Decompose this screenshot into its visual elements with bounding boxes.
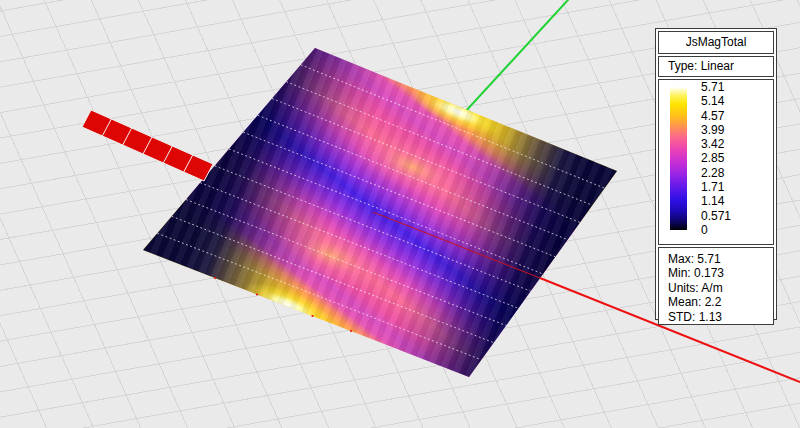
legend-scale-label: 3.99 <box>701 123 771 137</box>
legend-title: JsMagTotal <box>658 31 774 54</box>
legend-scale-label: 5.71 <box>701 80 771 94</box>
legend-scale-label: 3.42 <box>701 137 771 151</box>
mesh-cell-shading <box>143 48 617 377</box>
legend-stat-line: STD: 1.13 <box>668 310 773 324</box>
legend-stat-line: Min: 0.173 <box>668 266 773 280</box>
legend-scale-label: 4.57 <box>701 109 771 123</box>
legend-scale-label: 1.14 <box>701 194 771 208</box>
legend-stat-line: Units: A/m <box>668 281 773 295</box>
legend-scale-label: 1.71 <box>701 180 771 194</box>
legend-stat-line: Mean: 2.2 <box>668 295 773 309</box>
legend-scale-label: 5.14 <box>701 94 771 108</box>
legend-scale-labels: 5.715.144.573.993.422.852.281.711.140.57… <box>701 80 771 237</box>
patch-surface-plot <box>143 48 617 377</box>
legend-stat-line: Max: 5.71 <box>668 252 773 266</box>
legend-panel: JsMagTotal Type: Linear 5.715.144.573.99… <box>655 28 777 320</box>
legend-scale-label: 2.28 <box>701 166 771 180</box>
feed-strip <box>82 110 213 181</box>
legend-scale-type: Type: Linear <box>658 56 774 77</box>
legend-colorbar <box>670 87 687 230</box>
legend-colorbar-section: 5.715.144.573.993.422.852.281.711.140.57… <box>658 79 774 245</box>
legend-statistics: Max: 5.71Min: 0.173Units: A/mMean: 2.2ST… <box>658 247 774 325</box>
legend-scale-label: 2.85 <box>701 151 771 165</box>
legend-scale-label: 0 <box>701 223 771 237</box>
3d-viewport[interactable]: JsMagTotal Type: Linear 5.715.144.573.99… <box>0 0 800 428</box>
legend-scale-label: 0.571 <box>701 209 771 223</box>
